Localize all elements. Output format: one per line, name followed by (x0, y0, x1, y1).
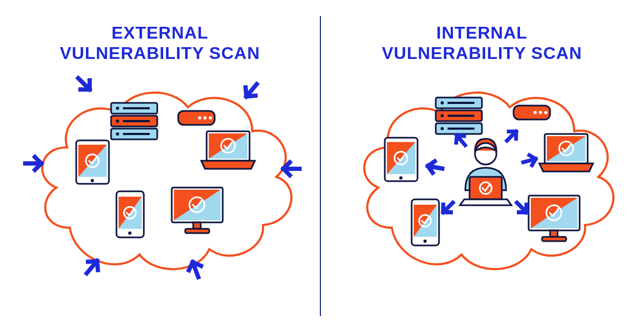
svg-point-12 (209, 116, 212, 120)
svg-point-28 (441, 101, 444, 104)
svg-rect-33 (448, 128, 474, 130)
arrow-icon (437, 196, 460, 218)
svg-point-32 (441, 127, 444, 130)
tablet-icon (75, 139, 110, 187)
arrow-icon (510, 196, 532, 218)
svg-point-15 (91, 179, 94, 182)
svg-rect-8 (123, 133, 150, 135)
svg-rect-29 (448, 102, 474, 104)
svg-point-45 (423, 240, 427, 243)
svg-point-50 (475, 143, 496, 165)
server-icon (110, 102, 158, 143)
arrow-icon (70, 70, 97, 96)
svg-rect-51 (470, 177, 502, 199)
svg-rect-48 (550, 230, 558, 237)
svg-point-40 (399, 176, 402, 180)
internal-title: INTERNAL VULNERABILITY SCAN (322, 23, 642, 64)
svg-rect-4 (123, 107, 150, 109)
svg-point-7 (116, 132, 119, 136)
cloud-outline-icon (27, 72, 295, 287)
arrow-icon (182, 257, 209, 284)
svg-point-30 (441, 114, 444, 117)
svg-point-11 (203, 116, 207, 120)
arrow-icon (424, 155, 448, 180)
internal-cloud (349, 72, 617, 287)
internal-scan-panel: INTERNAL VULNERABILITY SCAN (322, 0, 642, 336)
svg-rect-49 (542, 237, 566, 241)
svg-rect-23 (193, 222, 201, 229)
router-icon (513, 104, 551, 123)
svg-point-5 (116, 120, 119, 123)
external-cloud (27, 72, 295, 287)
svg-point-10 (198, 116, 201, 120)
arrow-icon (451, 130, 472, 152)
arrow-icon (78, 255, 105, 281)
tablet-icon (384, 137, 419, 184)
arrow-icon (279, 155, 306, 182)
phone-icon (411, 198, 440, 249)
svg-point-35 (533, 111, 537, 114)
svg-rect-6 (123, 120, 150, 122)
svg-point-20 (128, 232, 131, 235)
svg-point-36 (539, 111, 542, 114)
external-title: EXTERNAL VULNERABILITY SCAN (0, 23, 320, 64)
monitor-icon (526, 193, 582, 246)
arrow-icon (500, 126, 522, 147)
arrow-icon (19, 150, 46, 177)
laptop-icon (537, 131, 596, 176)
laptop-icon (199, 129, 258, 174)
svg-point-3 (116, 107, 119, 110)
phone-icon (115, 190, 145, 241)
monitor-icon (169, 185, 225, 238)
arrow-icon (239, 76, 266, 103)
svg-rect-24 (185, 229, 209, 233)
arrow-icon (518, 150, 539, 171)
svg-point-37 (544, 111, 547, 114)
divider-line (320, 16, 321, 316)
svg-rect-31 (448, 115, 474, 117)
external-scan-panel: EXTERNAL VULNERABILITY SCAN (0, 0, 320, 336)
router-icon (177, 110, 216, 128)
